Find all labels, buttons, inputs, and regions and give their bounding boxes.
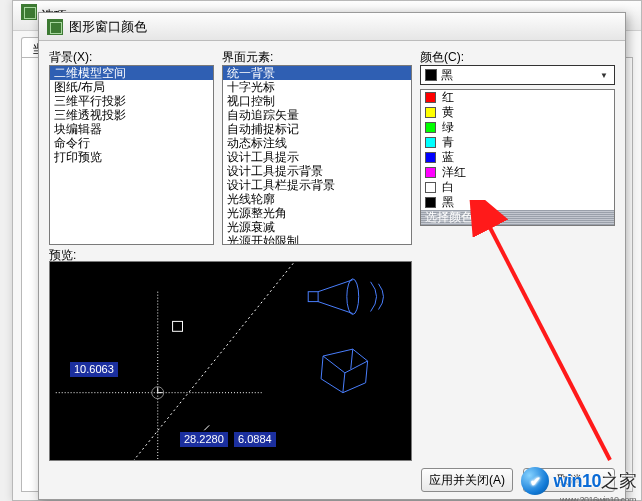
ui-element-item[interactable]: 设计工具提示背景 bbox=[223, 164, 411, 178]
background-item[interactable]: 二维模型空间 bbox=[50, 66, 213, 80]
svg-line-11 bbox=[204, 425, 209, 430]
ui-element-item[interactable]: 设计工具提示 bbox=[223, 150, 411, 164]
watermark-url: www.2016win10.com bbox=[560, 495, 636, 501]
globe-icon: ✔ bbox=[521, 467, 549, 495]
color-swatch-icon bbox=[425, 137, 436, 148]
color-item-label: 白 bbox=[442, 180, 454, 195]
color-combo-label: 黑 bbox=[441, 67, 453, 84]
ui-element-item[interactable]: 光源整光角 bbox=[223, 206, 411, 220]
apply-close-button[interactable]: 应用并关闭(A) bbox=[421, 468, 513, 492]
color-item[interactable]: 绿 bbox=[421, 120, 614, 135]
color-item[interactable]: 白 bbox=[421, 180, 614, 195]
label-preview: 预览: bbox=[49, 247, 412, 261]
color-swatch-icon bbox=[425, 122, 436, 133]
background-listbox[interactable]: 二维模型空间图纸/布局三维平行投影三维透视投影块编辑器命令行打印预览 bbox=[49, 65, 214, 245]
color-item-label: 洋红 bbox=[442, 165, 466, 180]
background-item[interactable]: 三维平行投影 bbox=[50, 94, 213, 108]
preview-pane: 10.6063 28.2280 6.0884 bbox=[49, 261, 412, 461]
preview-dim-a: 10.6063 bbox=[70, 362, 118, 377]
color-column: 黑 ▼ 红黄绿青蓝洋红白黑选择颜色... bbox=[420, 65, 615, 461]
svg-rect-1 bbox=[173, 321, 183, 331]
dialog-icon bbox=[47, 19, 63, 35]
color-item[interactable]: 洋红 bbox=[421, 165, 614, 180]
color-item-label: 绿 bbox=[442, 120, 454, 135]
label-color: 颜色(C): bbox=[420, 49, 615, 65]
color-swatch-icon bbox=[425, 107, 436, 118]
color-swatch-icon bbox=[425, 152, 436, 163]
ui-element-item[interactable]: 光源衰减 bbox=[223, 220, 411, 234]
drawing-window-colors-dialog: 图形窗口颜色 背景(X): 界面元素: 颜色(C): 二维模型空间图纸/布局三维… bbox=[38, 12, 626, 500]
watermark: ✔ win10 之家 www.2016win10.com bbox=[521, 467, 636, 495]
color-item[interactable]: 黑 bbox=[421, 195, 614, 210]
background-item[interactable]: 块编辑器 bbox=[50, 122, 213, 136]
watermark-suffix: 之家 bbox=[601, 469, 636, 493]
color-item-label: 红 bbox=[442, 90, 454, 105]
ui-elements-listbox[interactable]: 统一背景十字光标视口控制自动追踪矢量自动捕捉标记动态标注线设计工具提示设计工具提… bbox=[222, 65, 412, 245]
color-item[interactable]: 红 bbox=[421, 90, 614, 105]
ui-element-item[interactable]: 视口控制 bbox=[223, 94, 411, 108]
color-listbox[interactable]: 红黄绿青蓝洋红白黑选择颜色... bbox=[420, 89, 615, 226]
label-background: 背景(X): bbox=[49, 49, 214, 65]
background-item[interactable]: 命令行 bbox=[50, 136, 213, 150]
ui-element-item[interactable]: 统一背景 bbox=[223, 66, 411, 80]
color-item-label: 黑 bbox=[442, 195, 454, 210]
color-item-label: 蓝 bbox=[442, 150, 454, 165]
camera-wireframe-icon bbox=[308, 279, 383, 315]
color-combobox[interactable]: 黑 ▼ bbox=[420, 65, 615, 85]
background-item[interactable]: 三维透视投影 bbox=[50, 108, 213, 122]
preview-dim-c: 6.0884 bbox=[234, 432, 276, 447]
ui-element-item[interactable]: 设计工具栏提示背景 bbox=[223, 178, 411, 192]
ui-element-item[interactable]: 光源开始限制 bbox=[223, 234, 411, 245]
chevron-down-icon: ▼ bbox=[596, 68, 612, 82]
dialog-titlebar: 图形窗口颜色 bbox=[39, 13, 625, 41]
ui-element-item[interactable]: 自动追踪矢量 bbox=[223, 108, 411, 122]
color-item-label: 青 bbox=[442, 135, 454, 150]
preview-svg bbox=[50, 262, 411, 460]
svg-rect-7 bbox=[308, 292, 318, 302]
color-item[interactable]: 蓝 bbox=[421, 150, 614, 165]
color-swatch-icon bbox=[425, 92, 436, 103]
color-swatch-icon bbox=[425, 197, 436, 208]
color-item[interactable]: 黄 bbox=[421, 105, 614, 120]
label-ui-elements: 界面元素: bbox=[222, 49, 412, 65]
color-swatch-icon bbox=[425, 167, 436, 178]
color-combo-swatch bbox=[425, 69, 437, 81]
svg-point-10 bbox=[347, 279, 359, 315]
app-icon bbox=[21, 4, 37, 20]
background-item[interactable]: 图纸/布局 bbox=[50, 80, 213, 94]
color-item[interactable]: 青 bbox=[421, 135, 614, 150]
ui-element-item[interactable]: 光线轮廓 bbox=[223, 192, 411, 206]
box-wireframe-icon bbox=[321, 349, 368, 393]
svg-line-0 bbox=[130, 262, 298, 460]
background-item[interactable]: 打印预览 bbox=[50, 150, 213, 164]
dialog-title: 图形窗口颜色 bbox=[69, 13, 147, 41]
color-swatch-icon bbox=[425, 182, 436, 193]
color-item-label: 黄 bbox=[442, 105, 454, 120]
color-item-label: 选择颜色... bbox=[425, 210, 483, 225]
ui-element-item[interactable]: 十字光标 bbox=[223, 80, 411, 94]
watermark-brand: win10 bbox=[553, 471, 601, 492]
preview-dim-b: 28.2280 bbox=[180, 432, 228, 447]
select-color-item[interactable]: 选择颜色... bbox=[421, 210, 614, 225]
ui-element-item[interactable]: 动态标注线 bbox=[223, 136, 411, 150]
ui-element-item[interactable]: 自动捕捉标记 bbox=[223, 122, 411, 136]
